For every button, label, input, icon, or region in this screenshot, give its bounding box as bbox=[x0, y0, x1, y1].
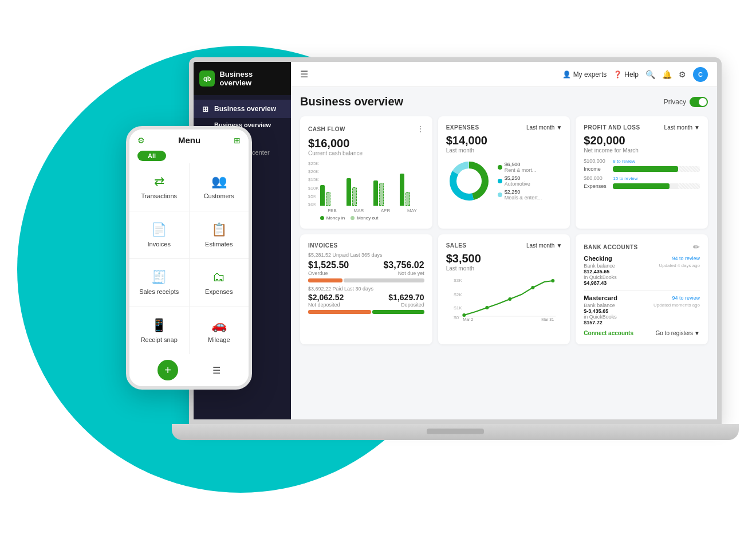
transactions-icon: ⇄ bbox=[154, 174, 164, 189]
overdue-label: Overdue bbox=[308, 270, 349, 276]
phone-filter-all[interactable]: All bbox=[137, 151, 166, 161]
mastercard-qb-label: in QuickBooks bbox=[584, 314, 617, 320]
laptop: qb Business overview ⊞ Business overview… bbox=[189, 57, 750, 470]
checking-review[interactable]: 94 to review bbox=[672, 256, 700, 261]
legend-meals: $2,250 Meals & entert... bbox=[498, 189, 542, 201]
topbar: ☰ 👤 My experts ❓ Help 🔍 🔔 ⚙ C bbox=[291, 62, 717, 87]
expenses-period[interactable]: Last month ▼ bbox=[526, 124, 562, 131]
nav-icon-overview: ⊞ bbox=[200, 104, 210, 113]
legend-dot-in bbox=[320, 216, 324, 220]
page-header: Business overview Privacy bbox=[300, 95, 708, 108]
cash-flow-title: CASH FLOW bbox=[308, 126, 345, 132]
phone-item-sales-receipts[interactable]: 🧾 Sales receipts bbox=[129, 259, 189, 307]
sales-subtitle: Last month bbox=[446, 265, 562, 272]
invoices-title: INVOICES bbox=[308, 242, 338, 249]
my-experts-button[interactable]: 👤 My experts bbox=[562, 70, 607, 78]
sales-amount: $3,500 bbox=[446, 252, 562, 265]
pl-amount: $20,000 bbox=[584, 134, 700, 147]
bar-in-feb bbox=[320, 185, 325, 206]
phone-item-mileage[interactable]: 🚗 Mileage bbox=[190, 307, 249, 355]
bank-divider bbox=[584, 290, 700, 291]
not-deposited-col: $2,062.52 Not deposited bbox=[308, 293, 344, 308]
bar-in-mar bbox=[346, 178, 351, 206]
phone-item-transactions[interactable]: ⇄ Transactions bbox=[129, 163, 189, 211]
privacy-switch[interactable] bbox=[690, 97, 708, 107]
mileage-icon: 🚗 bbox=[211, 318, 227, 333]
phone-item-expenses[interactable]: 🗂 Expenses bbox=[190, 259, 249, 307]
invoice-overdue: $1,525.50 Overdue bbox=[308, 260, 349, 276]
pl-header: PROFIT AND LOSS Last month ▼ bbox=[584, 124, 700, 131]
pl-income-bar bbox=[613, 166, 700, 172]
legend-money-in: Money in bbox=[320, 215, 345, 221]
bell-icon[interactable]: 🔔 bbox=[662, 70, 672, 79]
search-icon[interactable]: 🔍 bbox=[645, 70, 655, 79]
phone-menu-icon[interactable]: ⊞ bbox=[234, 136, 241, 145]
invoice-not-due: $3,756.02 Not due yet bbox=[383, 260, 424, 276]
phone-gear-icon[interactable]: ⚙ bbox=[137, 136, 145, 145]
pl-title: PROFIT AND LOSS bbox=[584, 124, 640, 131]
svg-text:$1K: $1K bbox=[454, 305, 462, 311]
sales-period[interactable]: Last month ▼ bbox=[526, 242, 562, 249]
invoices-icon: 📄 bbox=[151, 222, 167, 237]
donut-legend: $6,500 Rent & mort... $5,250 Auto bbox=[498, 162, 542, 201]
svg-text:$2K: $2K bbox=[454, 292, 462, 297]
laptop-base bbox=[172, 424, 739, 440]
invoices-header: INVOICES bbox=[308, 242, 424, 249]
bar-out-apr bbox=[379, 183, 384, 206]
invoices-deposited-row: $2,062.52 Not deposited $1,629.70 Deposi… bbox=[308, 293, 424, 308]
expenses-header: EXPENSES Last month ▼ bbox=[446, 124, 562, 131]
invoices-amounts-row: $1,525.50 Overdue $3,756.02 Not due yet bbox=[308, 260, 424, 276]
experts-icon: 👤 bbox=[562, 70, 571, 78]
sales-header: SALES Last month ▼ bbox=[446, 242, 562, 249]
sales-card: SALES Last month ▼ $3,500 Last month $3 bbox=[438, 234, 570, 344]
overdue-amount: $1,525.50 bbox=[308, 260, 349, 270]
settings-icon[interactable]: ⚙ bbox=[679, 70, 686, 79]
privacy-toggle[interactable]: Privacy bbox=[664, 97, 708, 107]
user-avatar[interactable]: C bbox=[693, 67, 708, 82]
pl-period[interactable]: Last month ▼ bbox=[664, 124, 700, 131]
phone-hamburger-icon[interactable]: ☰ bbox=[212, 365, 220, 376]
deposited-col: $1,629.70 Deposited bbox=[388, 293, 424, 308]
donut-container: $6,500 Rent & mort... $5,250 Auto bbox=[446, 158, 562, 204]
help-button[interactable]: ❓ Help bbox=[613, 70, 639, 78]
phone-item-customers[interactable]: 👥 Customers bbox=[190, 163, 249, 211]
mastercard-bank-balance: $-3,435.65 bbox=[584, 308, 615, 314]
bar-group-mar bbox=[346, 178, 371, 206]
phone-item-estimates[interactable]: 📋 Estimates bbox=[190, 211, 249, 259]
invoices-label: Invoices bbox=[148, 241, 171, 248]
connect-accounts-link[interactable]: Connect accounts bbox=[584, 330, 633, 336]
go-registers-link[interactable]: Go to registers ▼ bbox=[656, 330, 700, 336]
cash-flow-menu[interactable]: ⋮ bbox=[416, 124, 424, 133]
mastercard-review[interactable]: 94 to review bbox=[672, 295, 700, 301]
not-deposited-amount: $2,062.52 bbox=[308, 293, 344, 302]
not-deposited-bar bbox=[308, 310, 371, 314]
phone-fab-button[interactable]: + bbox=[158, 360, 178, 380]
bank-footer: Connect accounts Go to registers ▼ bbox=[584, 330, 700, 336]
legend-money-out: Money out bbox=[351, 215, 378, 221]
phone-header: ⚙ Menu ⊞ bbox=[129, 129, 249, 148]
phone-item-receipt-snap[interactable]: 📱 Receipt snap bbox=[129, 307, 189, 355]
chart-y-labels: $25K $20K $15K $10K $5K $0K bbox=[308, 161, 319, 207]
checking-balances: Bank balance $12,435.65 Updated 4 days a… bbox=[584, 263, 700, 274]
expenses-icon: 🗂 bbox=[212, 270, 225, 285]
pl-income-amount-row: $100,000 8 to review bbox=[584, 158, 700, 164]
checking-qb-balances: in QuickBooks $4,987.43 bbox=[584, 274, 700, 286]
pl-expense-review[interactable]: 15 to review bbox=[613, 176, 637, 181]
cash-flow-amount: $16,000 bbox=[308, 137, 424, 150]
customers-label: Customers bbox=[204, 193, 234, 199]
phone-bottom-bar: + ☰ bbox=[129, 354, 249, 386]
mobile-phone: ⚙ Menu ⊞ All ⇄ Transactions 👥 Customers … bbox=[126, 126, 252, 390]
checking-account: Checking 94 to review Bank balance $12,4… bbox=[584, 255, 700, 286]
hamburger-icon[interactable]: ☰ bbox=[300, 69, 308, 80]
sidebar-logo: qb Business overview bbox=[194, 62, 291, 95]
pl-income-review[interactable]: 8 to review bbox=[613, 159, 635, 164]
toggle-knob bbox=[699, 98, 707, 106]
phone-item-invoices[interactable]: 📄 Invoices bbox=[129, 211, 189, 259]
pl-income-bar-row: Income bbox=[584, 166, 700, 172]
svg-text:$0: $0 bbox=[454, 315, 459, 320]
expenses-card: EXPENSES Last month ▼ $14,000 Last month bbox=[438, 116, 570, 229]
svg-point-11 bbox=[485, 306, 489, 309]
bank-edit-icon[interactable]: ✏ bbox=[693, 242, 700, 252]
bar-x-labels: FEB MAR APR MAY bbox=[320, 208, 424, 213]
sidebar-item-business-overview[interactable]: ⊞ Business overview bbox=[194, 100, 291, 118]
